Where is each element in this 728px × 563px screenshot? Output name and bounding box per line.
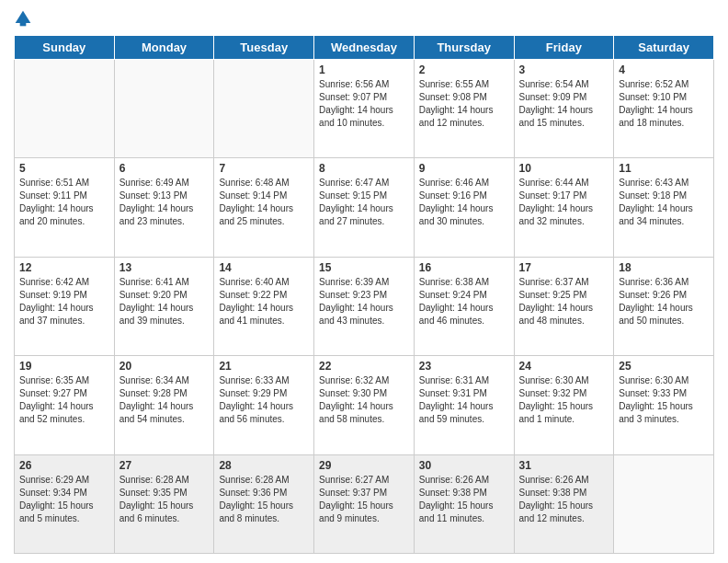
calendar-cell: 24Sunrise: 6:30 AMSunset: 9:32 PMDayligh… [514,356,614,454]
day-number: 28 [219,459,309,472]
day-info: Sunrise: 6:44 AMSunset: 9:17 PMDaylight:… [519,177,609,228]
day-header-tuesday: Tuesday [214,36,314,60]
logo [14,9,36,28]
calendar-cell [214,60,314,158]
day-number: 8 [319,162,409,175]
logo-icon [14,9,32,28]
day-number: 17 [519,261,609,274]
day-info: Sunrise: 6:34 AMSunset: 9:28 PMDaylight:… [119,374,210,426]
calendar-cell: 17Sunrise: 6:37 AMSunset: 9:25 PMDayligh… [514,257,614,355]
day-info: Sunrise: 6:40 AMSunset: 9:22 PMDaylight:… [219,276,309,327]
day-info: Sunrise: 6:29 AMSunset: 9:34 PMDaylight:… [19,474,109,525]
day-number: 2 [419,63,509,76]
day-info: Sunrise: 6:56 AMSunset: 9:07 PMDaylight:… [319,78,409,130]
day-number: 27 [119,459,210,472]
day-info: Sunrise: 6:41 AMSunset: 9:20 PMDaylight:… [119,276,210,327]
day-info: Sunrise: 6:52 AMSunset: 9:10 PMDaylight:… [619,78,709,130]
calendar-cell [15,60,115,158]
day-number: 12 [19,261,109,274]
calendar-cell [114,60,214,158]
day-info: Sunrise: 6:28 AMSunset: 9:36 PMDaylight:… [219,474,309,525]
day-info: Sunrise: 6:26 AMSunset: 9:38 PMDaylight:… [419,474,509,525]
calendar-cell: 1Sunrise: 6:56 AMSunset: 9:07 PMDaylight… [314,60,415,158]
calendar-cell: 22Sunrise: 6:32 AMSunset: 9:30 PMDayligh… [314,356,415,454]
day-info: Sunrise: 6:30 AMSunset: 9:33 PMDaylight:… [619,374,709,426]
day-number: 23 [419,360,509,373]
day-number: 6 [119,162,210,175]
day-number: 20 [119,360,210,373]
calendar-cell: 26Sunrise: 6:29 AMSunset: 9:34 PMDayligh… [15,454,115,553]
day-info: Sunrise: 6:48 AMSunset: 9:14 PMDaylight:… [219,177,309,228]
day-info: Sunrise: 6:47 AMSunset: 9:15 PMDaylight:… [319,177,409,228]
calendar-cell: 9Sunrise: 6:46 AMSunset: 9:16 PMDaylight… [414,158,514,257]
day-number: 21 [219,360,309,373]
day-info: Sunrise: 6:27 AMSunset: 9:37 PMDaylight:… [319,474,409,525]
day-number: 31 [519,459,609,472]
day-number: 10 [519,162,609,175]
calendar-cell [614,454,714,553]
calendar-cell: 16Sunrise: 6:38 AMSunset: 9:24 PMDayligh… [414,257,514,355]
calendar-cell: 20Sunrise: 6:34 AMSunset: 9:28 PMDayligh… [114,356,214,454]
day-info: Sunrise: 6:37 AMSunset: 9:25 PMDaylight:… [519,276,609,327]
calendar-cell: 15Sunrise: 6:39 AMSunset: 9:23 PMDayligh… [314,257,415,355]
calendar-cell: 14Sunrise: 6:40 AMSunset: 9:22 PMDayligh… [214,257,314,355]
calendar-cell: 23Sunrise: 6:31 AMSunset: 9:31 PMDayligh… [414,356,514,454]
calendar-cell: 25Sunrise: 6:30 AMSunset: 9:33 PMDayligh… [614,356,714,454]
calendar-week-3: 12Sunrise: 6:42 AMSunset: 9:19 PMDayligh… [15,257,714,355]
page: SundayMondayTuesdayWednesdayThursdayFrid… [0,0,728,563]
calendar-cell: 5Sunrise: 6:51 AMSunset: 9:11 PMDaylight… [15,158,115,257]
calendar-cell: 18Sunrise: 6:36 AMSunset: 9:26 PMDayligh… [614,257,714,355]
day-header-wednesday: Wednesday [314,36,415,60]
calendar-cell: 11Sunrise: 6:43 AMSunset: 9:18 PMDayligh… [614,158,714,257]
calendar-cell: 4Sunrise: 6:52 AMSunset: 9:10 PMDaylight… [614,60,714,158]
calendar-cell: 8Sunrise: 6:47 AMSunset: 9:15 PMDaylight… [314,158,415,257]
day-number: 22 [319,360,409,373]
day-info: Sunrise: 6:35 AMSunset: 9:27 PMDaylight:… [19,374,109,426]
day-number: 4 [619,63,709,76]
calendar-cell: 13Sunrise: 6:41 AMSunset: 9:20 PMDayligh… [114,257,214,355]
calendar-cell: 27Sunrise: 6:28 AMSunset: 9:35 PMDayligh… [114,454,214,553]
day-info: Sunrise: 6:51 AMSunset: 9:11 PMDaylight:… [19,177,109,228]
calendar-cell: 7Sunrise: 6:48 AMSunset: 9:14 PMDaylight… [214,158,314,257]
day-number: 13 [119,261,210,274]
calendar-cell: 30Sunrise: 6:26 AMSunset: 9:38 PMDayligh… [414,454,514,553]
day-info: Sunrise: 6:33 AMSunset: 9:29 PMDaylight:… [219,374,309,426]
day-info: Sunrise: 6:49 AMSunset: 9:13 PMDaylight:… [119,177,210,228]
day-info: Sunrise: 6:39 AMSunset: 9:23 PMDaylight:… [319,276,409,327]
calendar-week-5: 26Sunrise: 6:29 AMSunset: 9:34 PMDayligh… [15,454,714,553]
day-info: Sunrise: 6:30 AMSunset: 9:32 PMDaylight:… [519,374,609,426]
day-number: 16 [419,261,509,274]
calendar-header-row: SundayMondayTuesdayWednesdayThursdayFrid… [15,36,714,60]
day-info: Sunrise: 6:54 AMSunset: 9:09 PMDaylight:… [519,78,609,130]
day-info: Sunrise: 6:46 AMSunset: 9:16 PMDaylight:… [419,177,509,228]
calendar-cell: 12Sunrise: 6:42 AMSunset: 9:19 PMDayligh… [15,257,115,355]
svg-marker-0 [16,11,31,23]
day-number: 11 [619,162,709,175]
day-number: 19 [19,360,109,373]
day-info: Sunrise: 6:28 AMSunset: 9:35 PMDaylight:… [119,474,210,525]
day-header-saturday: Saturday [614,36,714,60]
day-info: Sunrise: 6:38 AMSunset: 9:24 PMDaylight:… [419,276,509,327]
day-info: Sunrise: 6:36 AMSunset: 9:26 PMDaylight:… [619,276,709,327]
calendar-cell: 10Sunrise: 6:44 AMSunset: 9:17 PMDayligh… [514,158,614,257]
day-number: 15 [319,261,409,274]
day-header-thursday: Thursday [414,36,514,60]
calendar-cell: 2Sunrise: 6:55 AMSunset: 9:08 PMDaylight… [414,60,514,158]
day-number: 7 [219,162,309,175]
day-info: Sunrise: 6:31 AMSunset: 9:31 PMDaylight:… [419,374,509,426]
day-number: 9 [419,162,509,175]
day-header-sunday: Sunday [15,36,115,60]
day-number: 30 [419,459,509,472]
calendar-week-2: 5Sunrise: 6:51 AMSunset: 9:11 PMDaylight… [15,158,714,257]
day-number: 14 [219,261,309,274]
calendar-cell: 29Sunrise: 6:27 AMSunset: 9:37 PMDayligh… [314,454,415,553]
day-number: 26 [19,459,109,472]
calendar: SundayMondayTuesdayWednesdayThursdayFrid… [14,35,714,554]
calendar-week-4: 19Sunrise: 6:35 AMSunset: 9:27 PMDayligh… [15,356,714,454]
day-info: Sunrise: 6:55 AMSunset: 9:08 PMDaylight:… [419,78,509,130]
calendar-cell: 28Sunrise: 6:28 AMSunset: 9:36 PMDayligh… [214,454,314,553]
day-number: 3 [519,63,609,76]
calendar-cell: 3Sunrise: 6:54 AMSunset: 9:09 PMDaylight… [514,60,614,158]
day-info: Sunrise: 6:32 AMSunset: 9:30 PMDaylight:… [319,374,409,426]
day-number: 24 [519,360,609,373]
